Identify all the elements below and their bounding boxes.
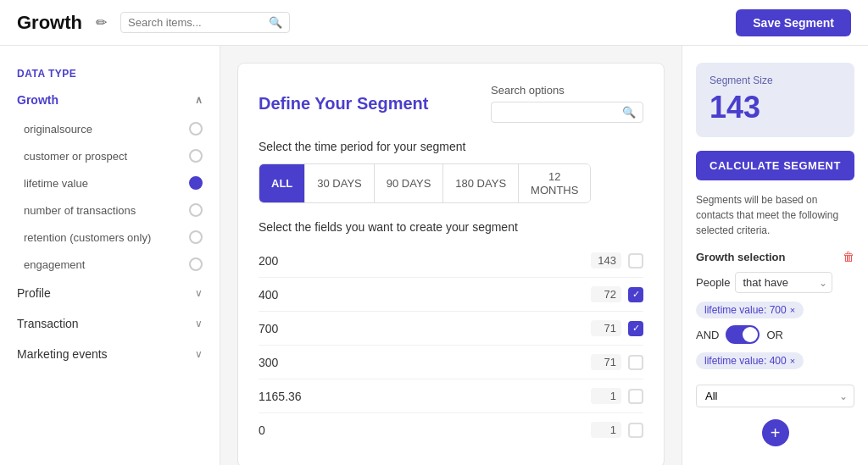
or-label: OR <box>766 329 783 341</box>
that-have-select-wrap: that have that don't have <box>735 272 832 293</box>
time-period-buttons: ALL 30 DAYS 90 DAYS 180 DAYS 12MONTHS <box>259 163 591 203</box>
sidebar-section-marketing-label: Marketing events <box>17 347 108 361</box>
sidebar-item-retention[interactable]: retention (customers only) <box>0 224 220 251</box>
field-count: 71 <box>591 354 621 370</box>
main-layout: Data Type Growth ∧ originalsource custom… <box>0 46 868 465</box>
trash-icon[interactable]: 🗑 <box>843 250 854 263</box>
search-options-label: Search options <box>491 84 643 97</box>
radio-number-transactions[interactable] <box>189 203 203 217</box>
sidebar-item-label: originalsource <box>24 123 92 136</box>
time-period-label: Select the time period for your segment <box>259 140 643 153</box>
chevron-down-icon: ∨ <box>195 287 203 299</box>
right-panel: Segment Size 143 CALCULATE SEGMENT Segme… <box>682 46 868 465</box>
field-checkbox[interactable] <box>628 355 643 370</box>
time-btn-30days[interactable]: 30 DAYS <box>305 164 375 202</box>
field-count: 1 <box>591 422 621 438</box>
chevron-down-icon: ∨ <box>195 348 203 360</box>
sidebar-item-label: engagement <box>24 258 85 271</box>
sidebar-item-engagement[interactable]: engagement <box>0 251 220 278</box>
and-or-row: AND OR <box>696 325 854 344</box>
define-segment-header: Define Your Segment Search options 🔍 <box>259 84 643 123</box>
tag-remove-700[interactable]: × <box>790 305 795 315</box>
field-value: 700 <box>259 322 584 335</box>
calculate-segment-button[interactable]: CALCULATE SEGMENT <box>696 151 854 180</box>
field-checkbox[interactable]: ✓ <box>628 321 643 336</box>
radio-retention[interactable] <box>189 230 203 244</box>
sidebar-item-number-transactions[interactable]: number of transactions <box>0 197 220 224</box>
time-btn-all[interactable]: ALL <box>259 164 305 202</box>
and-or-toggle[interactable] <box>726 325 760 344</box>
all-select[interactable]: All Any <box>696 385 854 407</box>
app-title: Growth <box>17 12 82 34</box>
sidebar-item-label: number of transactions <box>24 204 136 217</box>
sidebar-item-label: customer or prospect <box>24 150 127 163</box>
field-value: 400 <box>259 288 584 302</box>
and-label: AND <box>696 329 719 341</box>
table-row: 700 71 ✓ <box>259 312 643 346</box>
tag-700-wrap: lifetime value: 700 × <box>696 302 854 325</box>
field-checkbox[interactable]: ✓ <box>628 287 643 302</box>
sidebar-section-growth[interactable]: Growth ∧ <box>0 85 220 115</box>
sidebar: Data Type Growth ∧ originalsource custom… <box>0 46 220 465</box>
all-select-wrap: All Any <box>696 385 854 407</box>
sidebar-section-transaction[interactable]: Transaction ∨ <box>0 308 220 339</box>
radio-lifetime-value[interactable] <box>189 176 203 190</box>
sidebar-section-marketing[interactable]: Marketing events ∨ <box>0 339 220 369</box>
search-options-input[interactable] <box>498 106 617 119</box>
field-count: 143 <box>591 252 621 268</box>
growth-selection-header: Growth selection 🗑 <box>696 250 854 263</box>
people-row: People that have that don't have <box>696 272 854 293</box>
field-count: 72 <box>591 286 621 302</box>
main-content: Define Your Segment Search options 🔍 Sel… <box>220 46 682 465</box>
growth-items: originalsource customer or prospect life… <box>0 115 220 278</box>
chevron-up-icon: ∧ <box>195 94 203 106</box>
toggle-knob <box>743 327 758 342</box>
table-row: 1165.36 1 <box>259 379 643 413</box>
criteria-text: Segments will be based on contacts that … <box>696 192 854 238</box>
radio-engagement[interactable] <box>189 257 203 271</box>
table-row: 0 1 <box>259 413 643 446</box>
field-rows: 200 143 400 72 ✓ 700 71 ✓ 30 <box>259 244 643 446</box>
field-count: 1 <box>591 388 621 404</box>
sidebar-item-lifetime-value[interactable]: lifetime value <box>0 169 220 197</box>
growth-selection-label: Growth selection <box>696 251 785 263</box>
all-select-outer: All Any <box>696 385 854 407</box>
time-btn-90days[interactable]: 90 DAYS <box>375 164 444 202</box>
sidebar-item-label: lifetime value <box>24 177 88 190</box>
data-type-label: Data Type <box>0 59 220 85</box>
field-checkbox[interactable] <box>628 253 643 268</box>
segment-size-card: Segment Size 143 <box>696 63 854 137</box>
tag-remove-400[interactable]: × <box>790 356 795 366</box>
sidebar-section-transaction-label: Transaction <box>17 317 79 330</box>
sidebar-section-growth-label: Growth <box>17 93 58 107</box>
search-options-input-wrap[interactable]: 🔍 <box>491 102 643 123</box>
radio-originalsource[interactable] <box>189 122 203 136</box>
chevron-down-icon: ∨ <box>195 318 203 329</box>
field-value: 300 <box>259 356 584 369</box>
table-row: 200 143 <box>259 244 643 278</box>
search-input[interactable] <box>128 16 264 29</box>
field-checkbox[interactable] <box>628 389 643 404</box>
search-icon: 🔍 <box>269 16 282 29</box>
segment-size-value: 143 <box>709 90 841 125</box>
field-value: 1165.36 <box>259 390 584 403</box>
radio-customer-prospect[interactable] <box>189 149 203 163</box>
fields-label: Select the fields you want to create you… <box>259 220 643 234</box>
define-segment-card: Define Your Segment Search options 🔍 Sel… <box>237 63 665 465</box>
that-have-select[interactable]: that have that don't have <box>735 272 832 293</box>
add-button[interactable]: + <box>762 419 789 446</box>
save-segment-button[interactable]: Save Segment <box>736 9 851 36</box>
field-checkbox[interactable] <box>628 423 643 438</box>
table-row: 400 72 ✓ <box>259 278 643 312</box>
time-btn-12months[interactable]: 12MONTHS <box>519 164 590 202</box>
header-search[interactable]: 🔍 <box>120 12 290 33</box>
tag-400-wrap: lifetime value: 400 × <box>696 352 854 376</box>
sidebar-item-customer-prospect[interactable]: customer or prospect <box>0 142 220 169</box>
field-count: 71 <box>591 320 621 336</box>
define-segment-title: Define Your Segment <box>259 94 428 113</box>
tag-lifetime-400: lifetime value: 400 × <box>696 352 804 369</box>
sidebar-item-originalsource[interactable]: originalsource <box>0 115 220 142</box>
time-btn-180days[interactable]: 180 DAYS <box>443 164 519 202</box>
edit-icon[interactable]: ✏ <box>96 14 107 30</box>
sidebar-section-profile[interactable]: Profile ∨ <box>0 278 220 308</box>
